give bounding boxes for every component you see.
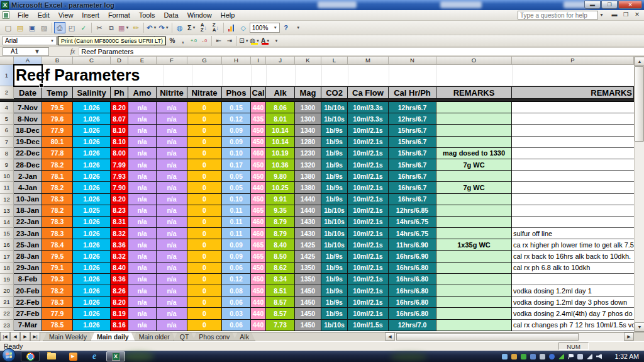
cell-E21[interactable]: n/a (128, 297, 157, 308)
chevron-down-icon[interactable]: ▼ (26, 47, 48, 56)
cell-H20[interactable]: 0.08 (222, 285, 251, 297)
cell-F5[interactable]: n/a (157, 113, 187, 125)
cell-B11[interactable]: 78.2 (42, 182, 73, 193)
column-header-A[interactable]: A (14, 57, 42, 65)
cell-L8[interactable]: 1b/9s (321, 148, 348, 159)
cell-B21[interactable]: 78.3 (42, 297, 73, 308)
menu-edit[interactable]: Edit (33, 10, 54, 20)
cell-I7[interactable]: 450 (251, 137, 266, 148)
cell-L20[interactable]: 1b/9s (321, 285, 348, 297)
cell-C17[interactable]: 1.026 (73, 251, 111, 262)
cell-E14[interactable]: n/a (128, 217, 157, 228)
cell-O9[interactable]: 7g WC (436, 159, 512, 171)
cell-C2[interactable]: Salinity (73, 86, 111, 99)
increase-decimal-icon[interactable]: +.0 (189, 36, 199, 45)
cell-G4[interactable]: 0 (187, 102, 222, 113)
cell-F21[interactable]: n/a (157, 297, 187, 308)
column-header-L[interactable]: L (321, 57, 348, 65)
row-header[interactable]: 11 (0, 182, 14, 193)
horizontal-scrollbar[interactable]: ◀ ▶ (385, 332, 634, 341)
row-header[interactable]: 13 (0, 205, 14, 217)
cell-N9[interactable]: 15hrs/6.7 (389, 159, 436, 171)
cell-K10[interactable]: 1380 (295, 171, 321, 182)
cell-H21[interactable]: 0.06 (222, 297, 251, 308)
menu-tools[interactable]: Tools (135, 10, 160, 20)
cell-I9[interactable]: 450 (251, 159, 266, 171)
cell-N22[interactable]: 16hrs/6.80 (389, 308, 436, 319)
cell-J22[interactable]: 8.57 (266, 308, 295, 319)
cell-C22[interactable]: 1.026 (73, 308, 111, 319)
insert-function-icon[interactable]: fx (70, 48, 75, 55)
cell-J2[interactable]: Alk (266, 86, 295, 99)
save-icon[interactable]: ▣ (26, 22, 38, 33)
cell-F19[interactable]: n/a (157, 274, 187, 285)
cell-L10[interactable]: 1b/9s (321, 171, 348, 182)
cell-I13[interactable]: 465 (251, 205, 266, 217)
cell-L13[interactable]: 1b/10s (321, 205, 348, 217)
cell-B12[interactable]: 78.3 (42, 194, 73, 205)
cell-P18[interactable]: cal rx ph 6.8 alk to 10dkh (512, 263, 634, 274)
cell-F7[interactable]: n/a (157, 137, 187, 148)
cell-A8[interactable]: 22-Dec (14, 148, 42, 159)
cell-A14[interactable]: 22-Jan (14, 217, 42, 228)
cell-C10[interactable]: 1.026 (73, 171, 111, 182)
decrease-decimal-icon[interactable]: -.0 (199, 36, 209, 45)
cell-P11[interactable] (512, 182, 634, 193)
cell-F23[interactable]: n/a (157, 320, 187, 331)
column-header-J[interactable]: J (266, 57, 295, 65)
cell-F15[interactable]: n/a (157, 228, 187, 239)
cell-E12[interactable]: n/a (128, 194, 157, 205)
row-header[interactable]: 14 (0, 217, 14, 228)
cell-O2[interactable]: REMARKS (436, 86, 512, 99)
cell-F18[interactable]: n/a (157, 263, 187, 274)
cell-C11[interactable]: 1.026 (73, 182, 111, 193)
cell-H7[interactable]: 0.09 (222, 137, 251, 148)
cell-G6[interactable]: 0 (187, 125, 222, 136)
column-header-G[interactable]: G (187, 57, 222, 65)
cell-F16[interactable]: n/a (157, 239, 187, 251)
cell-J9[interactable]: 10.36 (266, 159, 295, 171)
cell-E20[interactable]: n/a (128, 285, 157, 297)
borders-icon[interactable]: ⊡▼ (239, 36, 249, 45)
cell-J10[interactable]: 9.80 (266, 171, 295, 182)
cell-M20[interactable]: 10ml/2.1s (348, 285, 389, 297)
chart-wizard-icon[interactable] (226, 22, 237, 33)
cell-C5[interactable]: 1.026 (73, 113, 111, 125)
cell-A4[interactable]: 7-Nov (14, 102, 42, 113)
cell-N10[interactable]: 16hrs/6.7 (389, 171, 436, 182)
cell-J18[interactable]: 8.62 (266, 263, 295, 274)
cell-A17[interactable]: 28-Jan (14, 251, 42, 262)
scroll-right-icon[interactable]: ▶ (624, 332, 634, 341)
cell-B14[interactable]: 78.3 (42, 217, 73, 228)
windows-update-icon[interactable] (511, 353, 518, 360)
cell-O6[interactable] (436, 125, 512, 136)
sheet-tab-alk[interactable]: Alk (233, 332, 255, 341)
cell-G8[interactable]: 0 (187, 148, 222, 159)
cell-D21[interactable]: 8.20 (111, 297, 128, 308)
cell-H2[interactable]: Phos (222, 86, 251, 99)
column-header-C[interactable]: C (73, 57, 111, 65)
cell-K6[interactable]: 1340 (295, 125, 321, 136)
cell-G22[interactable]: 0 (187, 308, 222, 319)
row-header[interactable]: 20 (0, 285, 14, 297)
remote-app-icon[interactable] (501, 353, 508, 360)
cell-M19[interactable]: 10ml/2.1s (348, 274, 389, 285)
cell-E22[interactable]: n/a (128, 308, 157, 319)
cell-D8[interactable]: 8.00 (111, 148, 128, 159)
cell-A12[interactable]: 10-Jan (14, 194, 42, 205)
cell-L17[interactable]: 1b/9s (321, 251, 348, 262)
cell-A11[interactable]: 4-Jan (14, 182, 42, 193)
cell-I23[interactable]: 440 (251, 320, 266, 331)
cell-O19[interactable] (436, 274, 512, 285)
cell-G2[interactable]: Nitrate (187, 86, 222, 99)
cell-L16[interactable]: 1b/10s (321, 239, 348, 251)
cell-A22[interactable]: 27-Feb (14, 308, 42, 319)
cell-A9[interactable]: 28-Dec (14, 159, 42, 171)
percent-icon[interactable]: % (167, 36, 177, 45)
cell-I12[interactable]: 450 (251, 194, 266, 205)
undo-icon[interactable]: ↶▼ (146, 22, 157, 33)
cell-B19[interactable]: 79.3 (42, 274, 73, 285)
cell-K13[interactable]: 1440 (295, 205, 321, 217)
cell-I6[interactable]: 450 (251, 125, 266, 136)
cell-K11[interactable]: 1380 (295, 182, 321, 193)
